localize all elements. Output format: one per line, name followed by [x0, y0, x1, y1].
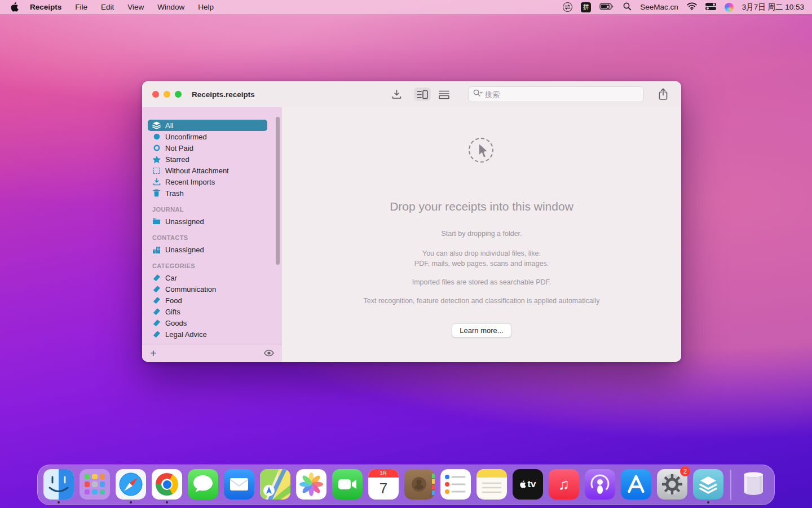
- notification-badge: 2: [680, 466, 690, 476]
- import-button[interactable]: [390, 89, 403, 100]
- sidebar-item-recent-imports[interactable]: Recent Imports: [148, 176, 267, 187]
- dock-facetime-icon[interactable]: [332, 469, 363, 501]
- sidebar-item-category-communication[interactable]: Communication: [148, 283, 267, 295]
- search-icon: [473, 89, 483, 99]
- dock-appletv-icon[interactable]: tv: [513, 469, 543, 501]
- sidebar-item-label: Without Attachment: [165, 167, 229, 175]
- appletv-label: tv: [527, 479, 536, 490]
- trash-icon: [152, 189, 161, 197]
- dashed-square-icon: [152, 168, 161, 174]
- dock-launchpad-icon[interactable]: [80, 469, 110, 501]
- menu-view[interactable]: View: [127, 3, 144, 11]
- dock: 3月 7 tv ♫ 2: [37, 465, 775, 505]
- receipts-window: Receipts.receipts: [142, 81, 681, 362]
- input-method-icon[interactable]: 拼: [581, 2, 591, 12]
- building-icon: [152, 246, 161, 253]
- search-field[interactable]: [468, 86, 644, 102]
- running-indicator: [130, 501, 132, 503]
- dock-chrome-icon[interactable]: [152, 469, 182, 501]
- eye-visibility-button[interactable]: [264, 349, 274, 357]
- share-button[interactable]: [657, 88, 669, 100]
- tag-icon: [152, 330, 161, 338]
- outline-circle-icon: [152, 144, 161, 151]
- apple-menu-icon[interactable]: [10, 2, 19, 12]
- sidebar-item-label: Unassigned: [165, 246, 204, 254]
- add-category-button[interactable]: +: [150, 348, 157, 359]
- wifi-icon[interactable]: [687, 2, 697, 12]
- dock-receipts-icon[interactable]: [693, 469, 723, 501]
- sidebar-item-category-goods[interactable]: Goods: [148, 317, 267, 329]
- menu-help[interactable]: Help: [198, 3, 214, 11]
- menu-edit[interactable]: Edit: [101, 3, 114, 11]
- search-input[interactable]: [485, 90, 639, 99]
- close-button[interactable]: [152, 91, 159, 98]
- sidebar-item-all[interactable]: All: [148, 120, 267, 131]
- battery-icon[interactable]: [599, 3, 615, 12]
- menu-app-name[interactable]: Receipts: [30, 3, 61, 11]
- sidebar-item-category-food[interactable]: Food: [148, 295, 267, 306]
- dock-photos-icon[interactable]: [296, 469, 326, 501]
- sidebar-item-label: Car: [165, 274, 177, 282]
- sidebar-item-trash[interactable]: Trash: [148, 187, 267, 199]
- sidebar-item-label: Starred: [165, 155, 189, 164]
- dock-mail-icon[interactable]: [224, 469, 254, 501]
- clock-text[interactable]: 3月7日 周二 10:53: [742, 2, 804, 12]
- learn-more-button[interactable]: Learn more...: [452, 323, 511, 338]
- dock-contacts-icon[interactable]: [404, 469, 435, 501]
- sidebar-item-label: Recent Imports: [165, 178, 215, 186]
- sidebar-item-label: Not Paid: [165, 144, 193, 152]
- sidebar-item-label: Communication: [165, 285, 216, 294]
- sidebar-item-category-legal-advice[interactable]: Legal Advice: [148, 329, 267, 340]
- control-center-icon[interactable]: [705, 3, 716, 12]
- sidebar-item-label: Legal Advice: [165, 330, 207, 339]
- dock-finder-icon[interactable]: [43, 469, 74, 501]
- view-mode-list-button[interactable]: [414, 87, 431, 101]
- tag-icon: [152, 308, 161, 316]
- running-indicator: [58, 501, 60, 503]
- hostname-text[interactable]: SeeMac.cn: [640, 3, 678, 11]
- zoom-button[interactable]: [175, 91, 182, 98]
- tag-icon: [152, 274, 161, 282]
- empty-state-line-4: Text recognition, feature detection and …: [364, 296, 600, 306]
- drop-area[interactable]: Drop your receipts into this window Star…: [282, 107, 681, 362]
- sidebar-item-category-car[interactable]: Car: [148, 272, 267, 283]
- sidebar-item-starred[interactable]: Starred: [148, 154, 267, 165]
- dock-maps-icon[interactable]: [260, 469, 290, 501]
- dock-appstore-icon[interactable]: [621, 469, 651, 501]
- download-icon: [152, 178, 161, 186]
- dock-notes-icon[interactable]: [476, 469, 507, 501]
- dock-music-icon[interactable]: ♫: [549, 469, 579, 501]
- traffic-lights: [152, 91, 182, 98]
- sidebar-scrollbar[interactable]: [276, 117, 280, 265]
- dock-messages-icon[interactable]: [188, 469, 218, 501]
- music-note-icon: ♫: [549, 469, 579, 500]
- sidebar-item-without-attachment[interactable]: Without Attachment: [148, 165, 267, 176]
- menu-file[interactable]: File: [75, 3, 87, 11]
- categories-section-header: CATEGORIES: [152, 262, 282, 271]
- sidebar-item-not-paid[interactable]: Not Paid: [148, 142, 267, 154]
- sidebar-item-category-gifts[interactable]: Gifts: [148, 306, 267, 317]
- minimize-button[interactable]: [164, 91, 170, 98]
- siri-icon[interactable]: [725, 3, 734, 12]
- dock-safari-icon[interactable]: [116, 469, 146, 501]
- sidebar-item-label: Goods: [165, 319, 187, 327]
- menu-bar: Receipts File Edit View Window Help 拼 Se…: [0, 0, 812, 14]
- dock-settings-icon[interactable]: 2: [657, 469, 687, 501]
- dock-reminders-icon[interactable]: [440, 469, 471, 501]
- title-bar[interactable]: Receipts.receipts: [142, 81, 681, 107]
- calendar-month-label: 3月: [368, 469, 399, 478]
- menu-window[interactable]: Window: [157, 3, 184, 11]
- view-mode-table-button[interactable]: [435, 87, 452, 101]
- sidebar-item-journal-unassigned[interactable]: Unassigned: [148, 216, 267, 227]
- empty-state-line-2a: You can also drop individual files, like…: [422, 249, 541, 257]
- dock-calendar-icon[interactable]: 3月 7: [368, 469, 399, 501]
- sidebar-item-contacts-unassigned[interactable]: Unassigned: [148, 244, 267, 255]
- window-title: Receipts.receipts: [192, 81, 255, 107]
- spotlight-icon[interactable]: [623, 2, 632, 12]
- tag-icon: [152, 319, 161, 327]
- empty-state-line-1: Start by dropping a folder.: [441, 229, 522, 239]
- dock-podcasts-icon[interactable]: [585, 469, 615, 501]
- dock-trash-icon[interactable]: [738, 469, 769, 501]
- sidebar-item-unconfirmed[interactable]: Unconfirmed: [148, 131, 267, 142]
- switch-arrows-icon[interactable]: [563, 2, 572, 12]
